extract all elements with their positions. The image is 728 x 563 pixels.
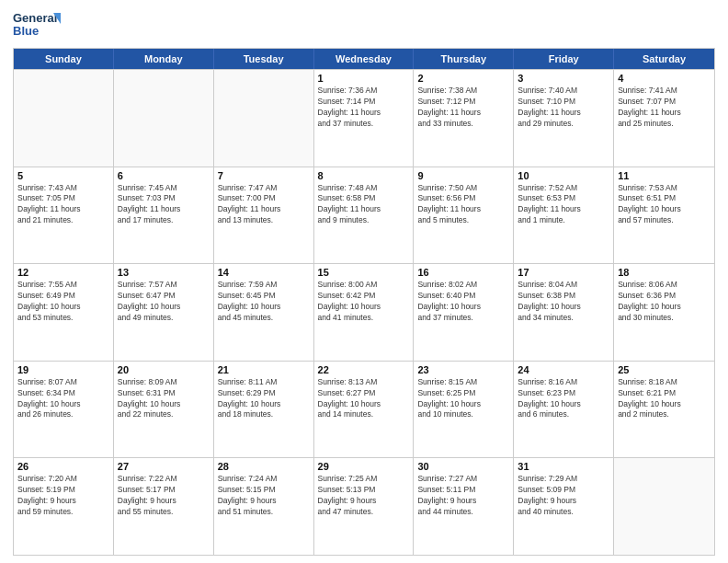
day-header-friday: Friday <box>514 49 614 69</box>
cell-day-number: 25 <box>618 364 711 375</box>
calendar-cell: 6Sunrise: 7:45 AM Sunset: 7:03 PM Daylig… <box>114 167 214 264</box>
cell-day-number: 11 <box>618 170 711 181</box>
calendar-cell: 27Sunrise: 7:22 AM Sunset: 5:17 PM Dayli… <box>114 458 214 555</box>
day-header-wednesday: Wednesday <box>314 49 415 69</box>
cell-day-number: 21 <box>218 364 310 375</box>
calendar-week-4: 19Sunrise: 8:07 AM Sunset: 6:34 PM Dayli… <box>14 361 714 458</box>
calendar-cell: 21Sunrise: 8:11 AM Sunset: 6:29 PM Dayli… <box>214 362 314 458</box>
calendar-cell: 14Sunrise: 7:59 AM Sunset: 6:45 PM Dayli… <box>214 264 314 361</box>
calendar-cell: 26Sunrise: 7:20 AM Sunset: 5:19 PM Dayli… <box>14 458 114 555</box>
calendar-cell: 30Sunrise: 7:27 AM Sunset: 5:11 PM Dayli… <box>414 458 514 555</box>
cell-day-number: 2 <box>417 73 509 84</box>
cell-info: Sunrise: 8:02 AM Sunset: 6:40 PM Dayligh… <box>417 280 509 324</box>
cell-day-number: 26 <box>17 461 109 472</box>
calendar-week-2: 5Sunrise: 7:43 AM Sunset: 7:05 PM Daylig… <box>14 167 714 264</box>
calendar-cell: 22Sunrise: 8:13 AM Sunset: 6:27 PM Dayli… <box>314 362 415 458</box>
calendar-cell: 9Sunrise: 7:50 AM Sunset: 6:56 PM Daylig… <box>414 167 514 264</box>
cell-info: Sunrise: 8:15 AM Sunset: 6:25 PM Dayligh… <box>417 377 509 421</box>
cell-day-number: 9 <box>417 170 509 181</box>
cell-info: Sunrise: 7:20 AM Sunset: 5:19 PM Dayligh… <box>17 474 109 518</box>
calendar-cell <box>14 70 114 167</box>
cell-day-number: 4 <box>618 73 711 84</box>
cell-info: Sunrise: 8:16 AM Sunset: 6:23 PM Dayligh… <box>518 377 609 421</box>
cell-info: Sunrise: 8:18 AM Sunset: 6:21 PM Dayligh… <box>618 377 711 421</box>
calendar-week-3: 12Sunrise: 7:55 AM Sunset: 6:49 PM Dayli… <box>14 263 714 361</box>
cell-day-number: 27 <box>118 461 210 472</box>
cell-info: Sunrise: 7:50 AM Sunset: 6:56 PM Dayligh… <box>417 183 509 227</box>
cell-info: Sunrise: 7:48 AM Sunset: 6:58 PM Dayligh… <box>318 183 410 227</box>
calendar-cell: 19Sunrise: 8:07 AM Sunset: 6:34 PM Dayli… <box>14 362 114 458</box>
calendar-cell: 28Sunrise: 7:24 AM Sunset: 5:15 PM Dayli… <box>214 458 314 555</box>
cell-info: Sunrise: 7:27 AM Sunset: 5:11 PM Dayligh… <box>417 474 509 518</box>
calendar-cell: 17Sunrise: 8:04 AM Sunset: 6:38 PM Dayli… <box>514 264 614 361</box>
cell-info: Sunrise: 8:06 AM Sunset: 6:36 PM Dayligh… <box>618 280 711 324</box>
cell-info: Sunrise: 7:53 AM Sunset: 6:51 PM Dayligh… <box>618 183 711 227</box>
cell-info: Sunrise: 7:22 AM Sunset: 5:17 PM Dayligh… <box>118 474 210 518</box>
logo: General Blue <box>13 9 61 42</box>
cell-info: Sunrise: 7:43 AM Sunset: 7:05 PM Dayligh… <box>17 183 109 227</box>
calendar: SundayMondayTuesdayWednesdayThursdayFrid… <box>13 48 715 556</box>
calendar-body: 1Sunrise: 7:36 AM Sunset: 7:14 PM Daylig… <box>14 69 714 555</box>
cell-day-number: 20 <box>118 364 210 375</box>
calendar-cell: 13Sunrise: 7:57 AM Sunset: 6:47 PM Dayli… <box>114 264 214 361</box>
cell-info: Sunrise: 8:07 AM Sunset: 6:34 PM Dayligh… <box>17 377 109 421</box>
calendar-cell: 24Sunrise: 8:16 AM Sunset: 6:23 PM Dayli… <box>514 362 614 458</box>
cell-info: Sunrise: 8:00 AM Sunset: 6:42 PM Dayligh… <box>318 280 410 324</box>
cell-day-number: 7 <box>218 170 310 181</box>
cell-info: Sunrise: 8:11 AM Sunset: 6:29 PM Dayligh… <box>218 377 310 421</box>
calendar-cell: 4Sunrise: 7:41 AM Sunset: 7:07 PM Daylig… <box>614 70 714 167</box>
cell-info: Sunrise: 7:47 AM Sunset: 7:00 PM Dayligh… <box>218 183 310 227</box>
calendar-cell: 15Sunrise: 8:00 AM Sunset: 6:42 PM Dayli… <box>314 264 415 361</box>
cell-day-number: 29 <box>318 461 410 472</box>
day-header-saturday: Saturday <box>614 49 714 69</box>
cell-info: Sunrise: 7:24 AM Sunset: 5:15 PM Dayligh… <box>218 474 310 518</box>
calendar-week-1: 1Sunrise: 7:36 AM Sunset: 7:14 PM Daylig… <box>14 69 714 167</box>
cell-day-number: 22 <box>318 364 410 375</box>
cell-info: Sunrise: 7:25 AM Sunset: 5:13 PM Dayligh… <box>318 474 410 518</box>
svg-text:General: General <box>13 11 57 25</box>
cell-info: Sunrise: 7:45 AM Sunset: 7:03 PM Dayligh… <box>118 183 210 227</box>
cell-day-number: 3 <box>518 73 609 84</box>
day-header-thursday: Thursday <box>414 49 514 69</box>
cell-day-number: 16 <box>417 267 509 278</box>
cell-day-number: 12 <box>17 267 109 278</box>
calendar-cell: 12Sunrise: 7:55 AM Sunset: 6:49 PM Dayli… <box>14 264 114 361</box>
day-header-sunday: Sunday <box>14 49 114 69</box>
cell-info: Sunrise: 7:41 AM Sunset: 7:07 PM Dayligh… <box>618 86 711 130</box>
calendar-cell: 18Sunrise: 8:06 AM Sunset: 6:36 PM Dayli… <box>614 264 714 361</box>
calendar-cell: 1Sunrise: 7:36 AM Sunset: 7:14 PM Daylig… <box>314 70 415 167</box>
cell-info: Sunrise: 7:55 AM Sunset: 6:49 PM Dayligh… <box>17 280 109 324</box>
cell-info: Sunrise: 7:38 AM Sunset: 7:12 PM Dayligh… <box>417 86 509 130</box>
calendar-cell: 2Sunrise: 7:38 AM Sunset: 7:12 PM Daylig… <box>414 70 514 167</box>
calendar-cell: 29Sunrise: 7:25 AM Sunset: 5:13 PM Dayli… <box>314 458 415 555</box>
calendar-page: General Blue SundayMondayTuesdayWednesda… <box>0 0 728 563</box>
svg-text:Blue: Blue <box>13 24 39 38</box>
calendar-cell: 31Sunrise: 7:29 AM Sunset: 5:09 PM Dayli… <box>514 458 614 555</box>
cell-day-number: 24 <box>518 364 609 375</box>
cell-info: Sunrise: 7:59 AM Sunset: 6:45 PM Dayligh… <box>218 280 310 324</box>
cell-info: Sunrise: 7:40 AM Sunset: 7:10 PM Dayligh… <box>518 86 609 130</box>
cell-day-number: 10 <box>518 170 609 181</box>
cell-day-number: 23 <box>417 364 509 375</box>
cell-day-number: 17 <box>518 267 609 278</box>
calendar-cell: 23Sunrise: 8:15 AM Sunset: 6:25 PM Dayli… <box>414 362 514 458</box>
cell-info: Sunrise: 8:09 AM Sunset: 6:31 PM Dayligh… <box>118 377 210 421</box>
calendar-cell: 16Sunrise: 8:02 AM Sunset: 6:40 PM Dayli… <box>414 264 514 361</box>
day-header-monday: Monday <box>114 49 214 69</box>
cell-info: Sunrise: 8:04 AM Sunset: 6:38 PM Dayligh… <box>518 280 609 324</box>
calendar-cell: 3Sunrise: 7:40 AM Sunset: 7:10 PM Daylig… <box>514 70 614 167</box>
calendar-cell <box>614 458 714 555</box>
header: General Blue <box>13 9 715 42</box>
calendar-header: SundayMondayTuesdayWednesdayThursdayFrid… <box>14 49 714 69</box>
calendar-cell: 7Sunrise: 7:47 AM Sunset: 7:00 PM Daylig… <box>214 167 314 264</box>
cell-info: Sunrise: 7:36 AM Sunset: 7:14 PM Dayligh… <box>318 86 410 130</box>
cell-day-number: 19 <box>17 364 109 375</box>
calendar-cell: 25Sunrise: 8:18 AM Sunset: 6:21 PM Dayli… <box>614 362 714 458</box>
cell-day-number: 15 <box>318 267 410 278</box>
calendar-cell <box>114 70 214 167</box>
cell-day-number: 14 <box>218 267 310 278</box>
calendar-cell <box>214 70 314 167</box>
cell-day-number: 6 <box>118 170 210 181</box>
calendar-cell: 11Sunrise: 7:53 AM Sunset: 6:51 PM Dayli… <box>614 167 714 264</box>
calendar-week-5: 26Sunrise: 7:20 AM Sunset: 5:19 PM Dayli… <box>14 457 714 555</box>
